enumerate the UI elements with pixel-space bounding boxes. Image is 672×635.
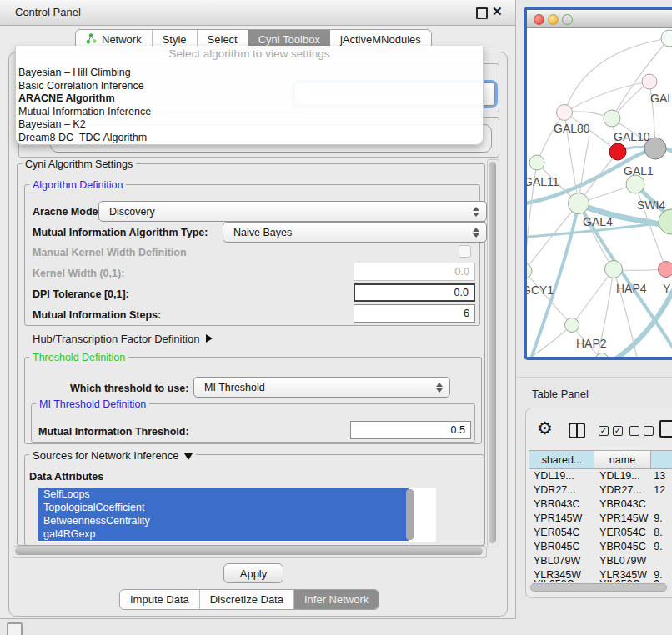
node-label: HAP4: [616, 282, 647, 295]
mi-algorithm-type-label: Mutual Information Algorithm Type:: [33, 227, 208, 238]
column-header-name[interactable]: name: [594, 450, 651, 469]
aracne-mode-combobox[interactable]: Discovery: [98, 201, 487, 222]
algorithm-option[interactable]: Dream8 DC_TDC Algorithm: [18, 132, 477, 145]
float-window-icon[interactable]: [476, 8, 488, 19]
node-label: SWI4: [637, 198, 665, 212]
tab-discretize-data[interactable]: Discretize Data: [200, 590, 294, 609]
node-gal11[interactable]: [529, 155, 544, 170]
kernel-width-label: Kernel Width (0,1):: [33, 268, 124, 279]
settings-horizontal-scrollbar[interactable]: [13, 546, 487, 558]
list-scrollbar[interactable]: [406, 489, 414, 540]
minimized-panel-icon[interactable]: [7, 622, 23, 635]
algorithm-option[interactable]: Bayesian – Hill Climbing: [18, 67, 477, 80]
column-header-partial[interactable]: [651, 450, 672, 469]
deselect-all-checkboxes-icon[interactable]: [629, 426, 654, 436]
control-panel-titlebar: Control Panel ✕: [0, 0, 515, 26]
network-canvas[interactable]: GAL GAL80 GAL10 GAL11 GAL1 SWI4 GAL4 GCY…: [527, 28, 672, 357]
table-panel-title: Table Panel: [532, 388, 589, 400]
table-horizontal-scrollbar[interactable]: [529, 582, 670, 592]
node-gal10[interactable]: [604, 110, 620, 127]
mi-threshold-label: Mutual Information Threshold:: [38, 426, 189, 438]
table-row[interactable]: YDL19...YDL19...13: [529, 469, 672, 483]
mi-algorithm-type-combobox[interactable]: Naive Bayes: [223, 222, 487, 242]
collapsed-arrow-icon: [206, 334, 213, 342]
table-row[interactable]: YBL079WYBL079W: [529, 554, 672, 568]
tab-impute-data[interactable]: Impute Data: [120, 590, 200, 609]
tab-network-label: Network: [102, 33, 142, 46]
mi-steps-field[interactable]: [354, 304, 475, 322]
gear-icon[interactable]: ⚙: [537, 419, 553, 437]
node-label: GAL80: [554, 122, 590, 135]
algorithm-definition-legend: Algorithm Definition: [29, 179, 126, 191]
node-label: GAL1: [624, 164, 654, 178]
list-item[interactable]: BetweennessCentrality: [38, 514, 409, 528]
node-label: GAL: [650, 92, 672, 105]
dpi-tolerance-field[interactable]: [354, 283, 475, 302]
mi-threshold-legend: MI Threshold Definition: [36, 398, 149, 410]
node[interactable]: [661, 30, 672, 47]
kernel-width-field[interactable]: [354, 262, 475, 281]
algorithm-option[interactable]: Basic Correlation Inference: [18, 80, 477, 93]
network-icon: [86, 33, 97, 47]
split-columns-icon[interactable]: [569, 422, 585, 438]
data-attributes-list: SelfLoops TopologicalCoefficient Between…: [38, 488, 436, 542]
column-header-shared[interactable]: shared...: [529, 450, 595, 469]
node-hap2[interactable]: [565, 318, 579, 332]
divider: [517, 377, 672, 378]
node[interactable]: [642, 74, 657, 89]
list-item[interactable]: TopologicalCoefficient: [38, 501, 409, 514]
node-label: Y: [663, 282, 671, 295]
node-gal1[interactable]: [626, 175, 644, 193]
table-body: YDL19...YDL19...13 YDR27...YDR27...12 YB…: [529, 469, 672, 582]
close-icon[interactable]: ✕: [492, 4, 503, 19]
node-red[interactable]: [609, 143, 626, 160]
table-row[interactable]: YDR27...YDR27...12: [529, 483, 672, 498]
settings-vertical-scrollbar[interactable]: [487, 159, 499, 548]
tab-infer-network[interactable]: Infer Network: [294, 590, 379, 609]
spinner-arrows-icon: [473, 228, 479, 238]
table-row[interactable]: YBR045CYBR045C9.: [529, 540, 672, 554]
node-label: GAL11: [527, 175, 559, 188]
node-gal4[interactable]: [569, 193, 589, 214]
algorithm-option[interactable]: Bayesian – K2: [18, 118, 477, 132]
algorithm-dropdown-overlay: Select algorithm to view settings Bayesi…: [15, 46, 484, 145]
which-threshold-combobox[interactable]: MI Threshold: [193, 377, 450, 398]
node-swi4[interactable]: [659, 209, 672, 234]
manual-kernel-width-checkbox[interactable]: [459, 245, 471, 258]
list-item[interactable]: gal4RGexp: [38, 528, 409, 541]
algorithm-option-selected[interactable]: ARACNE Algorithm: [18, 92, 477, 106]
network-window-titlebar[interactable]: [527, 10, 672, 28]
algorithm-option[interactable]: Mutual Information Inference: [18, 106, 477, 119]
node-gal80[interactable]: [557, 105, 573, 121]
node-salmon[interactable]: [659, 262, 672, 278]
table-row[interactable]: YBR043CYBR043C: [529, 498, 672, 512]
sources-legend[interactable]: Sources for Network Inference: [29, 449, 196, 462]
aracne-mode-label: Aracne Mode:: [33, 206, 102, 218]
which-threshold-label: Which threshold to use:: [70, 382, 188, 394]
spinner-arrows-icon: [436, 382, 443, 392]
node-hap4[interactable]: [605, 261, 623, 278]
expanded-arrow-icon: [184, 453, 193, 460]
apply-button[interactable]: Apply: [223, 563, 283, 583]
table-row[interactable]: YPR145WYPR145W9.: [529, 512, 672, 526]
network-graph: GAL GAL80 GAL10 GAL11 GAL1 SWI4 GAL4 GCY…: [527, 28, 672, 357]
node-gcy1[interactable]: [527, 263, 532, 278]
threshold-definition-legend: Threshold Definition: [29, 352, 128, 363]
spinner-arrows-icon: [473, 207, 479, 217]
cyni-algorithm-settings-legend: Cyni Algorithm Settings: [22, 158, 136, 170]
list-item[interactable]: SelfLoops: [38, 488, 409, 501]
dropdown-prompt: Select algorithm to view settings: [16, 48, 483, 60]
document-icon[interactable]: [659, 420, 672, 438]
minimize-traffic-light-icon[interactable]: [548, 14, 559, 25]
table-row[interactable]: YER054CYER054C8.: [529, 526, 672, 540]
node-label: GAL4: [583, 215, 613, 228]
node-label: GCY1: [527, 283, 554, 297]
close-traffic-light-icon[interactable]: [534, 14, 544, 25]
hub-definition-disclosure[interactable]: Hub/Transcription Factor Definition: [33, 332, 213, 345]
data-attributes-label: Data Attributes: [29, 471, 103, 482]
node-label: HAP2: [576, 337, 607, 350]
mi-steps-label: Mutual Information Steps:: [33, 309, 161, 321]
mi-threshold-field[interactable]: [350, 421, 471, 439]
select-all-checkboxes-icon[interactable]: ✓ ✓: [599, 426, 623, 436]
zoom-traffic-light-icon[interactable]: [562, 14, 573, 25]
